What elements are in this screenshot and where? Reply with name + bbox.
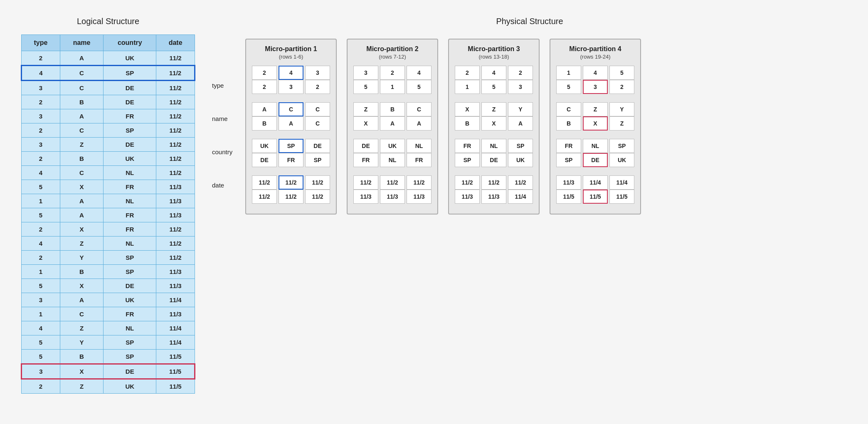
row-label-name: name (212, 102, 245, 135)
logical-cell-type: 5 (22, 335, 60, 350)
logical-header-type: type (22, 35, 60, 51)
mp-cell: NL (481, 139, 506, 153)
mp-cell: Z (583, 102, 608, 116)
logical-cell-date: 11/4 (156, 335, 195, 350)
mp-cell: 11/2 (279, 190, 303, 204)
logical-cell-name: Z (60, 379, 104, 394)
mp-cell: 11/4 (609, 175, 634, 190)
mp-grid: 532 (556, 80, 634, 94)
logical-table: typenamecountrydate 2AUK11/24CSP11/23CDE… (21, 35, 195, 394)
logical-cell-type: 1 (22, 265, 60, 279)
mp-cell: UK (380, 139, 405, 153)
mp-section-country: FRNLSPSPDEUK (455, 139, 533, 171)
logical-cell-name: A (60, 51, 104, 66)
row-label-country: country (212, 135, 245, 168)
logical-row: 3ZDE11/2 (22, 138, 195, 152)
mp-cell: 11/2 (279, 175, 303, 190)
logical-cell-date: 11/3 (156, 194, 195, 208)
mp-grid: UKSPDE (252, 139, 330, 153)
logical-cell-country: UK (104, 379, 156, 394)
logical-cell-country: SP (104, 335, 156, 350)
logical-cell-country: UK (104, 51, 156, 66)
mp-section-country: UKSPDEDEFRSP (252, 139, 330, 171)
logical-cell-name: Z (60, 237, 104, 251)
mp-cell: X (455, 102, 480, 116)
logical-cell-country: NL (104, 166, 156, 180)
main-container: Logical Structure typenamecountrydate 2A… (8, 8, 860, 402)
logical-cell-country: SP (104, 123, 156, 138)
mp-grid: BXZ (556, 116, 634, 131)
logical-cell-country: SP (104, 66, 156, 81)
mp-cell: DE (583, 153, 608, 167)
mp-cell: DE (353, 139, 378, 153)
logical-cell-type: 5 (22, 350, 60, 364)
mp-subtitle: (rows 13-18) (455, 54, 533, 60)
logical-cell-name: C (60, 166, 104, 180)
logical-row: 3XDE11/5 (22, 364, 195, 379)
micro-partition-1: Micro-partition 1(rows 1-6)243232ACCBACU… (245, 39, 337, 214)
logical-cell-date: 11/2 (156, 138, 195, 152)
logical-cell-date: 11/5 (156, 379, 195, 394)
logical-cell-type: 2 (22, 123, 60, 138)
mp-cell: 11/2 (305, 175, 330, 190)
logical-cell-name: Y (60, 335, 104, 350)
logical-cell-country: NL (104, 237, 156, 251)
logical-cell-name: B (60, 265, 104, 279)
mp-cell: 3 (279, 80, 303, 94)
mp-cell: 11/3 (556, 175, 581, 190)
mp-grid: CZY (556, 102, 634, 116)
logical-row: 2ZUK11/5 (22, 379, 195, 394)
mp-subtitle: (rows 19-24) (556, 54, 634, 60)
mp-cell: 4 (407, 66, 432, 80)
physical-section: Physical Structure typenamecountrydate M… (212, 17, 847, 214)
mp-cell: B (252, 116, 277, 131)
mp-cell: 11/2 (508, 175, 533, 190)
mp-cell: 11/2 (407, 175, 432, 190)
mp-cell: 11/3 (481, 190, 506, 204)
mp-grid: 11/211/211/2 (353, 175, 432, 190)
mp-cell: 3 (305, 66, 330, 80)
logical-cell-date: 11/2 (156, 222, 195, 237)
logical-cell-country: DE (104, 364, 156, 379)
logical-cell-name: A (60, 109, 104, 123)
logical-cell-country: DE (104, 81, 156, 95)
mp-title: Micro-partition 1 (252, 45, 330, 53)
logical-cell-name: X (60, 222, 104, 237)
mp-cell: B (380, 102, 405, 116)
logical-cell-type: 3 (22, 293, 60, 307)
mp-section-date: 11/211/211/211/311/311/3 (353, 175, 432, 204)
logical-header-country: country (104, 35, 156, 51)
mp-cell: FR (556, 139, 581, 153)
logical-cell-country: SP (104, 265, 156, 279)
mp-cell: SP (305, 153, 330, 167)
mp-grid: BAC (252, 116, 330, 131)
mp-cell: 1 (380, 80, 405, 94)
logical-cell-type: 4 (22, 166, 60, 180)
mp-grid: ACC (252, 102, 330, 116)
logical-cell-country: FR (104, 180, 156, 194)
mp-grid: DEFRSP (252, 153, 330, 167)
mp-cell: 3 (583, 80, 608, 94)
mp-grid: XZY (455, 102, 533, 116)
mp-cell: FR (455, 139, 480, 153)
mp-cell: SP (279, 139, 303, 153)
mp-grid: 11/311/311/4 (455, 190, 533, 204)
mp-grid: ZBC (353, 102, 432, 116)
mp-cell: Z (481, 102, 506, 116)
logical-cell-country: DE (104, 279, 156, 293)
logical-cell-country: SP (104, 251, 156, 265)
logical-cell-country: FR (104, 307, 156, 321)
mp-cell: 1 (455, 80, 480, 94)
logical-row: 3AFR11/2 (22, 109, 195, 123)
mp-grid: DEUKNL (353, 139, 432, 153)
logical-cell-name: C (60, 123, 104, 138)
logical-cell-name: X (60, 364, 104, 379)
mp-cell: UK (508, 153, 533, 167)
logical-cell-name: Z (60, 321, 104, 335)
logical-cell-name: X (60, 180, 104, 194)
logical-row: 2AUK11/2 (22, 51, 195, 66)
mp-section-date: 11/211/211/211/211/211/2 (252, 175, 330, 204)
logical-row: 2YSP11/2 (22, 251, 195, 265)
mp-cell: 11/3 (407, 190, 432, 204)
mp-section-country: DEUKNLFRNLFR (353, 139, 432, 171)
